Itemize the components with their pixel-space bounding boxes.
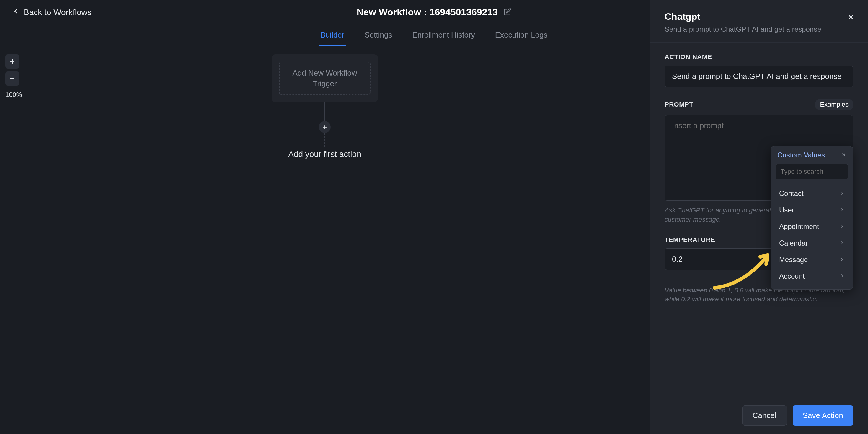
connector-dashed	[324, 133, 325, 147]
cancel-button[interactable]: Cancel	[742, 405, 787, 426]
dropdown-item-label: Calendar	[779, 239, 808, 247]
dropdown-item-label: Appointment	[779, 223, 819, 231]
close-icon	[841, 151, 846, 159]
dropdown-title: Custom Values	[777, 151, 825, 159]
zoom-out-button[interactable]: −	[5, 71, 20, 86]
dropdown-list: Contact User Appointment Calendar Messag…	[771, 183, 853, 289]
panel-footer: Cancel Save Action	[650, 397, 868, 434]
dropdown-item-label: User	[779, 206, 794, 214]
back-to-workflows-link[interactable]: Back to Workflows	[12, 7, 92, 18]
tab-builder[interactable]: Builder	[318, 25, 346, 46]
save-action-button[interactable]: Save Action	[793, 405, 853, 426]
panel-subtitle: Send a prompt to ChatGPT AI and get a re…	[664, 25, 853, 33]
action-name-input[interactable]	[664, 65, 853, 87]
plus-icon: +	[322, 123, 327, 132]
chevron-right-icon	[839, 223, 845, 231]
dropdown-item-label: Account	[779, 272, 805, 280]
dropdown-item-message[interactable]: Message	[774, 252, 849, 268]
chevron-right-icon	[839, 272, 845, 280]
dropdown-item-label: Contact	[779, 190, 804, 198]
dropdown-item-user[interactable]: User	[774, 202, 849, 218]
add-first-action-text: Add your first action	[288, 149, 361, 159]
action-name-label: ACTION NAME	[664, 53, 853, 61]
dropdown-item-contact[interactable]: Contact	[774, 185, 849, 202]
add-trigger-button[interactable]: Add New Workflow Trigger	[279, 62, 371, 95]
dropdown-header: Custom Values	[771, 146, 853, 164]
workflow-title: New Workflow : 1694501369213	[356, 7, 498, 18]
zoom-in-button[interactable]: +	[5, 54, 20, 68]
trigger-line1: Add New Workflow	[292, 68, 357, 78]
prompt-label: PROMPT	[664, 101, 693, 109]
add-step-button[interactable]: +	[319, 121, 331, 133]
title-center: New Workflow : 1694501369213	[356, 7, 512, 18]
side-panel: Chatgpt Send a prompt to ChatGPT AI and …	[650, 0, 868, 434]
trigger-line2: Trigger	[313, 78, 337, 89]
canvas-area: + − 100% Add New Workflow Trigger + Add …	[0, 46, 650, 434]
examples-link[interactable]: Examples	[815, 99, 853, 110]
dropdown-search-input[interactable]	[776, 164, 848, 179]
back-label: Back to Workflows	[24, 8, 92, 17]
dropdown-item-appointment[interactable]: Appointment	[774, 218, 849, 235]
prompt-header-row: PROMPT Examples	[664, 99, 853, 110]
tab-enrollment-history[interactable]: Enrollment History	[410, 25, 476, 46]
tab-settings[interactable]: Settings	[363, 25, 394, 46]
connector-line	[324, 102, 325, 121]
chevron-left-icon	[12, 7, 20, 18]
tab-execution-logs[interactable]: Execution Logs	[493, 25, 550, 46]
chevron-right-icon	[839, 239, 845, 247]
zoom-level: 100%	[5, 91, 22, 99]
close-icon	[847, 17, 855, 22]
dropdown-item-calendar[interactable]: Calendar	[774, 235, 849, 252]
custom-values-dropdown: Custom Values Contact User	[771, 146, 853, 290]
dropdown-close-button[interactable]	[841, 151, 846, 159]
chevron-right-icon	[839, 206, 845, 214]
panel-title: Chatgpt	[664, 11, 853, 22]
dropdown-item-label: Message	[779, 256, 808, 264]
chevron-right-icon	[839, 256, 845, 264]
dropdown-search-wrap	[771, 164, 853, 183]
panel-body: ACTION NAME PROMPT Examples Ask ChatGPT …	[650, 42, 868, 397]
dropdown-item-account[interactable]: Account	[774, 268, 849, 285]
chevron-right-icon	[839, 190, 845, 198]
pencil-icon	[504, 11, 512, 17]
zoom-controls: + − 100%	[5, 54, 22, 99]
close-panel-button[interactable]	[847, 13, 855, 23]
edit-title-button[interactable]	[504, 8, 512, 17]
prompt-actions: Examples	[815, 99, 853, 110]
panel-header: Chatgpt Send a prompt to ChatGPT AI and …	[650, 0, 868, 42]
trigger-block: Add New Workflow Trigger	[272, 54, 378, 102]
